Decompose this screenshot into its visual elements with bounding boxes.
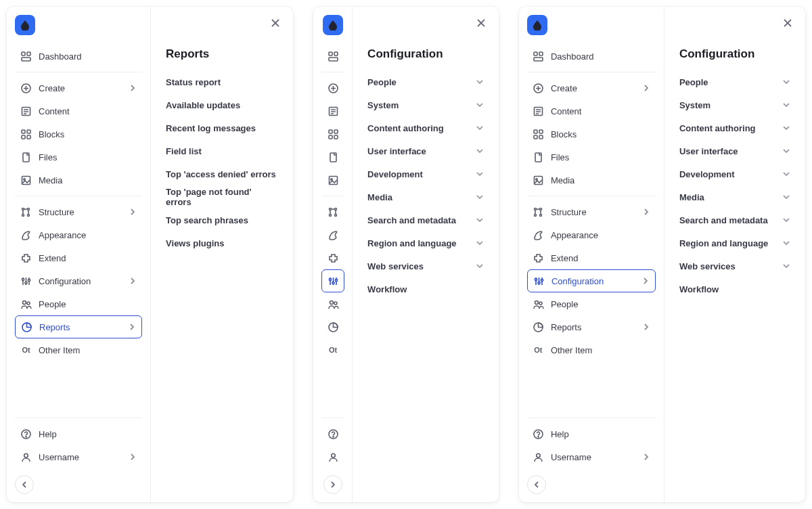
sidebar-item-extend[interactable] bbox=[321, 246, 344, 269]
collapse-sidebar-button[interactable] bbox=[527, 475, 546, 494]
app-logo[interactable] bbox=[323, 15, 343, 35]
config-item[interactable]: Workflow bbox=[367, 278, 484, 301]
reports-item[interactable]: Recent log messages bbox=[166, 116, 278, 139]
chevron-right-icon bbox=[642, 323, 650, 331]
reports-item[interactable]: Top 'access denied' errors bbox=[166, 162, 278, 185]
config-item[interactable]: Media bbox=[679, 185, 790, 208]
config-item[interactable]: Media bbox=[367, 185, 484, 208]
user-icon bbox=[533, 451, 544, 463]
reports-item[interactable]: Available updates bbox=[166, 93, 278, 116]
close-button[interactable] bbox=[269, 16, 282, 30]
sidebar-item-label: People bbox=[551, 299, 650, 309]
sidebar-item-dashboard[interactable] bbox=[321, 45, 344, 68]
config-item[interactable]: User interface bbox=[679, 139, 790, 162]
sidebar-item-files[interactable]: Files bbox=[527, 146, 656, 169]
sidebar-item-people[interactable]: People bbox=[527, 292, 656, 315]
config-item[interactable]: Content authoring bbox=[367, 116, 484, 139]
close-button[interactable] bbox=[781, 16, 794, 30]
chevron-right-icon bbox=[642, 453, 650, 461]
appearance-icon bbox=[20, 229, 32, 241]
sidebar-item-dashboard[interactable]: Dashboard bbox=[15, 45, 142, 68]
sidebar-item-other[interactable]: Ot Other Item bbox=[15, 338, 142, 361]
help-icon bbox=[533, 428, 544, 440]
sidebar-item-configuration[interactable]: Configuration bbox=[15, 269, 142, 292]
sidebar-item-appearance[interactable] bbox=[321, 223, 344, 246]
config-item[interactable]: Region and language bbox=[367, 231, 484, 255]
sidebar-item-people[interactable] bbox=[321, 292, 344, 315]
sidebar-item-reports[interactable] bbox=[321, 315, 344, 338]
sidebar-item-create[interactable]: Create bbox=[527, 76, 656, 99]
media-icon bbox=[533, 175, 544, 186]
config-item[interactable]: Workflow bbox=[679, 278, 790, 301]
expand-sidebar-button[interactable] bbox=[323, 475, 342, 494]
config-item[interactable]: Search and metadata bbox=[679, 208, 790, 231]
structure-icon bbox=[20, 206, 32, 218]
sidebar-item-other[interactable]: Ot Other Item bbox=[527, 338, 656, 361]
sidebar-item-help[interactable]: Help bbox=[527, 422, 656, 445]
config-item[interactable]: Region and language bbox=[679, 231, 790, 255]
config-item[interactable]: System bbox=[679, 93, 790, 116]
sidebar-item-content[interactable] bbox=[321, 99, 344, 123]
sidebar-item-configuration[interactable] bbox=[321, 269, 344, 292]
config-item-label: User interface bbox=[367, 146, 426, 156]
config-item[interactable]: Web services bbox=[367, 255, 484, 278]
sidebar-item-structure[interactable] bbox=[321, 200, 344, 223]
reports-item-label: Available updates bbox=[166, 100, 240, 110]
sidebar-item-create[interactable]: Create bbox=[15, 76, 142, 99]
reports-item[interactable]: Views plugins bbox=[166, 231, 278, 255]
sidebar-item-username[interactable] bbox=[321, 445, 344, 468]
collapse-sidebar-button[interactable] bbox=[15, 475, 34, 494]
sidebar-item-content[interactable]: Content bbox=[527, 99, 656, 123]
people-icon bbox=[328, 298, 339, 310]
sidebar-item-create[interactable] bbox=[321, 76, 344, 99]
sidebar-item-reports[interactable]: Reports bbox=[15, 315, 142, 338]
sidebar-item-blocks[interactable]: Blocks bbox=[15, 123, 142, 146]
sidebar-item-appearance[interactable]: Appearance bbox=[527, 223, 656, 246]
sidebar-item-label: Create bbox=[39, 83, 122, 93]
reports-item[interactable]: Top 'page not found' errors bbox=[166, 185, 278, 208]
config-item-label: People bbox=[679, 77, 708, 87]
sidebar-item-files[interactable]: Files bbox=[15, 146, 142, 169]
config-item[interactable]: Development bbox=[367, 162, 484, 185]
reports-item[interactable]: Field list bbox=[166, 139, 278, 162]
sidebar-item-username[interactable]: Username bbox=[15, 445, 142, 468]
config-item[interactable]: System bbox=[367, 93, 484, 116]
sidebar-item-extend[interactable]: Extend bbox=[527, 246, 656, 269]
reports-item[interactable]: Top search phrases bbox=[166, 208, 278, 231]
sidebar-item-blocks[interactable]: Blocks bbox=[527, 123, 656, 146]
config-item[interactable]: Development bbox=[679, 162, 790, 185]
config-item[interactable]: Web services bbox=[679, 255, 790, 278]
sidebar-item-files[interactable] bbox=[321, 146, 344, 169]
sidebar-item-content[interactable]: Content bbox=[15, 99, 142, 123]
sidebar-item-other[interactable]: Ot bbox=[321, 338, 344, 361]
reports-item[interactable]: Status report bbox=[166, 70, 278, 93]
close-button[interactable] bbox=[474, 16, 488, 30]
config-item[interactable]: Content authoring bbox=[679, 116, 790, 139]
sidebar-item-appearance[interactable]: Appearance bbox=[15, 223, 142, 246]
sidebar-item-blocks[interactable] bbox=[321, 123, 344, 146]
config-item[interactable]: User interface bbox=[367, 139, 484, 162]
sidebar-item-media[interactable] bbox=[321, 169, 344, 192]
sidebar-item-extend[interactable]: Extend bbox=[15, 246, 142, 269]
sidebar-item-help[interactable] bbox=[321, 422, 344, 445]
sidebar-item-username[interactable]: Username bbox=[527, 445, 656, 468]
dashboard-icon bbox=[328, 51, 339, 62]
config-item-label: Development bbox=[679, 169, 735, 179]
sidebar-item-structure[interactable]: Structure bbox=[527, 200, 656, 223]
config-item[interactable]: People bbox=[367, 70, 484, 93]
sidebar-item-help[interactable]: Help bbox=[15, 422, 142, 445]
sidebar-item-configuration[interactable]: Configuration bbox=[527, 269, 656, 292]
sidebar-item-reports[interactable]: Reports bbox=[527, 315, 656, 338]
other-icon: Ot bbox=[533, 346, 544, 354]
app-logo[interactable] bbox=[15, 15, 35, 35]
config-item[interactable]: Search and metadata bbox=[367, 208, 484, 231]
sidebar-item-people[interactable]: People bbox=[15, 292, 142, 315]
sidebar-item-media[interactable]: Media bbox=[527, 169, 656, 192]
sidebar-item-dashboard[interactable]: Dashboard bbox=[527, 45, 656, 68]
sidebar-item-media[interactable]: Media bbox=[15, 169, 142, 192]
chevron-right-icon bbox=[128, 323, 136, 331]
sidebar-item-structure[interactable]: Structure bbox=[15, 200, 142, 223]
config-item[interactable]: People bbox=[679, 70, 790, 93]
plus-circle-icon bbox=[328, 83, 339, 94]
app-logo[interactable] bbox=[527, 15, 547, 35]
